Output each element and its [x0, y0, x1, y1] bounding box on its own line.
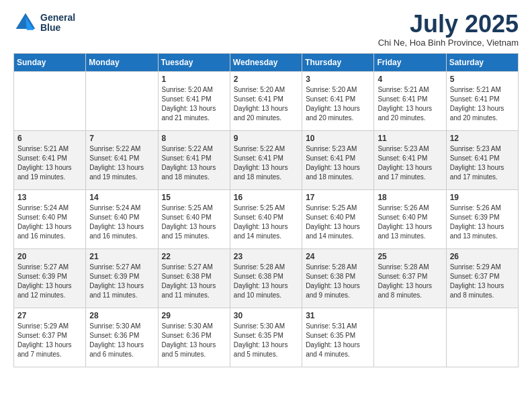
calendar-cell	[446, 308, 518, 367]
calendar-cell: 10Sunrise: 5:23 AMSunset: 6:41 PMDayligh…	[302, 130, 374, 189]
calendar-cell: 3Sunrise: 5:20 AMSunset: 6:41 PMDaylight…	[302, 71, 374, 130]
day-info: Sunrise: 5:25 AMSunset: 6:40 PMDaylight:…	[162, 203, 226, 241]
logo-line1: General	[40, 13, 75, 23]
location: Chi Ne, Hoa Binh Province, Vietnam	[378, 38, 519, 48]
day-number: 19	[450, 193, 515, 202]
logo-text: General Blue	[40, 13, 75, 34]
calendar-cell: 16Sunrise: 5:25 AMSunset: 6:40 PMDayligh…	[230, 189, 302, 248]
calendar-cell	[86, 71, 158, 130]
day-number: 12	[450, 134, 515, 143]
calendar-cell: 31Sunrise: 5:31 AMSunset: 6:35 PMDayligh…	[302, 308, 374, 367]
calendar-cell: 27Sunrise: 5:29 AMSunset: 6:37 PMDayligh…	[14, 308, 86, 367]
calendar-cell: 19Sunrise: 5:26 AMSunset: 6:39 PMDayligh…	[446, 189, 518, 248]
day-number: 13	[17, 193, 82, 202]
calendar-cell: 29Sunrise: 5:30 AMSunset: 6:36 PMDayligh…	[158, 308, 230, 367]
header-thursday: Thursday	[302, 53, 374, 71]
svg-marker-0	[16, 13, 36, 29]
day-number: 31	[306, 311, 370, 320]
day-info: Sunrise: 5:21 AMSunset: 6:41 PMDaylight:…	[450, 85, 515, 123]
day-info: Sunrise: 5:29 AMSunset: 6:37 PMDaylight:…	[17, 322, 82, 359]
day-number: 15	[162, 193, 226, 202]
calendar-header-row: SundayMondayTuesdayWednesdayThursdayFrid…	[14, 53, 519, 71]
calendar-cell: 28Sunrise: 5:30 AMSunset: 6:36 PMDayligh…	[86, 308, 158, 367]
day-info: Sunrise: 5:24 AMSunset: 6:40 PMDaylight:…	[17, 203, 82, 241]
calendar-cell: 17Sunrise: 5:25 AMSunset: 6:40 PMDayligh…	[302, 189, 374, 248]
logo: General Blue	[13, 11, 75, 35]
calendar-cell: 6Sunrise: 5:21 AMSunset: 6:41 PMDaylight…	[14, 130, 86, 189]
day-number: 20	[17, 252, 82, 261]
day-number: 1	[162, 75, 226, 84]
calendar-cell: 8Sunrise: 5:22 AMSunset: 6:41 PMDaylight…	[158, 130, 230, 189]
day-number: 21	[89, 252, 154, 261]
calendar-cell: 22Sunrise: 5:27 AMSunset: 6:38 PMDayligh…	[158, 248, 230, 308]
day-info: Sunrise: 5:20 AMSunset: 6:41 PMDaylight:…	[306, 85, 370, 123]
calendar-cell: 1Sunrise: 5:20 AMSunset: 6:41 PMDaylight…	[158, 71, 230, 130]
day-number: 4	[378, 75, 442, 84]
day-info: Sunrise: 5:24 AMSunset: 6:40 PMDaylight:…	[89, 203, 154, 241]
calendar-cell: 11Sunrise: 5:23 AMSunset: 6:41 PMDayligh…	[374, 130, 446, 189]
calendar-row-0: 1Sunrise: 5:20 AMSunset: 6:41 PMDaylight…	[14, 71, 519, 130]
day-number: 26	[450, 252, 515, 261]
calendar-cell	[14, 71, 86, 130]
day-number: 17	[306, 193, 370, 202]
calendar-cell: 13Sunrise: 5:24 AMSunset: 6:40 PMDayligh…	[14, 189, 86, 248]
day-info: Sunrise: 5:26 AMSunset: 6:39 PMDaylight:…	[450, 203, 515, 241]
month-title: July 2025	[378, 11, 519, 38]
day-info: Sunrise: 5:27 AMSunset: 6:39 PMDaylight:…	[17, 263, 82, 300]
day-info: Sunrise: 5:25 AMSunset: 6:40 PMDaylight:…	[306, 203, 370, 241]
calendar-row-3: 20Sunrise: 5:27 AMSunset: 6:39 PMDayligh…	[14, 248, 519, 308]
calendar-cell: 26Sunrise: 5:29 AMSunset: 6:37 PMDayligh…	[446, 248, 518, 308]
header-sunday: Sunday	[14, 53, 86, 71]
calendar-cell: 18Sunrise: 5:26 AMSunset: 6:40 PMDayligh…	[374, 189, 446, 248]
day-number: 23	[234, 252, 298, 261]
day-number: 27	[17, 311, 82, 320]
header-saturday: Saturday	[446, 53, 518, 71]
day-number: 10	[306, 134, 370, 143]
header-wednesday: Wednesday	[230, 53, 302, 71]
calendar-cell: 5Sunrise: 5:21 AMSunset: 6:41 PMDaylight…	[446, 71, 518, 130]
calendar-cell: 9Sunrise: 5:22 AMSunset: 6:41 PMDaylight…	[230, 130, 302, 189]
day-number: 14	[89, 193, 154, 202]
day-info: Sunrise: 5:28 AMSunset: 6:38 PMDaylight:…	[234, 263, 298, 300]
day-info: Sunrise: 5:30 AMSunset: 6:36 PMDaylight:…	[162, 322, 226, 359]
day-info: Sunrise: 5:26 AMSunset: 6:40 PMDaylight:…	[378, 203, 442, 241]
calendar-cell: 12Sunrise: 5:23 AMSunset: 6:41 PMDayligh…	[446, 130, 518, 189]
calendar-cell: 23Sunrise: 5:28 AMSunset: 6:38 PMDayligh…	[230, 248, 302, 308]
calendar-table: SundayMondayTuesdayWednesdayThursdayFrid…	[13, 53, 519, 367]
day-number: 6	[17, 134, 82, 143]
day-info: Sunrise: 5:28 AMSunset: 6:38 PMDaylight:…	[306, 263, 370, 300]
day-info: Sunrise: 5:20 AMSunset: 6:41 PMDaylight:…	[234, 85, 298, 123]
day-info: Sunrise: 5:30 AMSunset: 6:36 PMDaylight:…	[89, 322, 154, 359]
day-number: 24	[306, 252, 370, 261]
calendar-cell: 25Sunrise: 5:28 AMSunset: 6:37 PMDayligh…	[374, 248, 446, 308]
day-number: 25	[378, 252, 442, 261]
day-info: Sunrise: 5:21 AMSunset: 6:41 PMDaylight:…	[378, 85, 442, 123]
day-info: Sunrise: 5:27 AMSunset: 6:38 PMDaylight:…	[162, 263, 226, 300]
day-info: Sunrise: 5:23 AMSunset: 6:41 PMDaylight:…	[378, 144, 442, 182]
day-number: 3	[306, 75, 370, 84]
calendar-cell: 2Sunrise: 5:20 AMSunset: 6:41 PMDaylight…	[230, 71, 302, 130]
calendar-cell: 30Sunrise: 5:30 AMSunset: 6:35 PMDayligh…	[230, 308, 302, 367]
page-header: General Blue July 2025 Chi Ne, Hoa Binh …	[13, 11, 519, 48]
title-block: July 2025 Chi Ne, Hoa Binh Province, Vie…	[378, 11, 519, 48]
calendar-cell: 15Sunrise: 5:25 AMSunset: 6:40 PMDayligh…	[158, 189, 230, 248]
day-info: Sunrise: 5:31 AMSunset: 6:35 PMDaylight:…	[306, 322, 370, 359]
day-number: 18	[378, 193, 442, 202]
day-number: 22	[162, 252, 226, 261]
day-info: Sunrise: 5:25 AMSunset: 6:40 PMDaylight:…	[234, 203, 298, 241]
calendar-cell: 20Sunrise: 5:27 AMSunset: 6:39 PMDayligh…	[14, 248, 86, 308]
day-number: 8	[162, 134, 226, 143]
day-info: Sunrise: 5:22 AMSunset: 6:41 PMDaylight:…	[89, 144, 154, 182]
logo-icon	[13, 11, 38, 35]
day-number: 28	[89, 311, 154, 320]
calendar-row-1: 6Sunrise: 5:21 AMSunset: 6:41 PMDaylight…	[14, 130, 519, 189]
day-info: Sunrise: 5:23 AMSunset: 6:41 PMDaylight:…	[450, 144, 515, 182]
day-number: 11	[378, 134, 442, 143]
calendar-cell: 4Sunrise: 5:21 AMSunset: 6:41 PMDaylight…	[374, 71, 446, 130]
day-number: 9	[234, 134, 298, 143]
day-number: 2	[234, 75, 298, 84]
calendar-cell	[374, 308, 446, 367]
day-info: Sunrise: 5:22 AMSunset: 6:41 PMDaylight:…	[162, 144, 226, 182]
calendar-cell: 24Sunrise: 5:28 AMSunset: 6:38 PMDayligh…	[302, 248, 374, 308]
header-friday: Friday	[374, 53, 446, 71]
